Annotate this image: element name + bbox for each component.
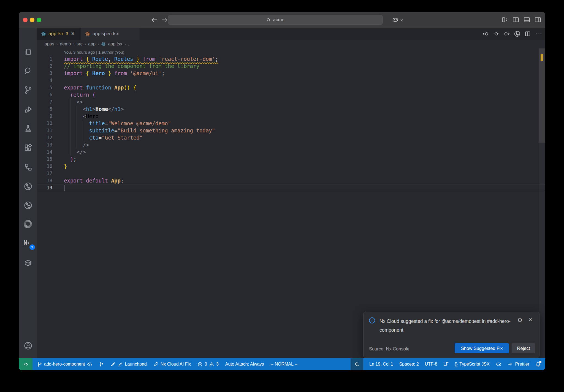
vim-mode-item[interactable]: -- NORMAL --	[270, 362, 297, 367]
split-editor-icon[interactable]	[524, 31, 531, 37]
breadcrumb-item[interactable]: src	[77, 42, 82, 47]
run-graph-icon[interactable]	[514, 31, 520, 37]
search-view-icon[interactable]	[24, 67, 32, 75]
code-line[interactable]: 6 return (	[37, 91, 545, 98]
code-line[interactable]: 19	[37, 184, 545, 191]
notification-settings-icon[interactable]: ⚙	[517, 317, 523, 323]
code-line[interactable]: 14 </>	[37, 148, 545, 156]
scrollbar-slider[interactable]	[539, 48, 545, 143]
warning-count: 3	[216, 362, 219, 367]
breadcrumb-item[interactable]: demo	[60, 42, 71, 47]
copilot-status-item[interactable]	[496, 361, 502, 367]
nav-back-edit-icon[interactable]	[482, 31, 489, 37]
navigate-back-icon[interactable]	[150, 16, 158, 24]
toggle-secondary-sidebar-icon[interactable]	[534, 16, 541, 23]
code-line[interactable]: 8 <h1>Home</h1>	[37, 105, 545, 113]
graph-search-icon[interactable]	[24, 201, 32, 210]
remote-indicator[interactable]	[19, 358, 32, 370]
code-line[interactable]: 18export default App;	[37, 177, 545, 184]
nx-console-icon[interactable]: N› 1	[24, 239, 32, 248]
source-control-icon[interactable]	[24, 86, 32, 94]
explorer-icon[interactable]	[24, 48, 32, 56]
code-line[interactable]: 13 />	[37, 141, 545, 148]
indentation-item[interactable]: Spaces: 2	[399, 362, 419, 367]
breadcrumb-separator: ›	[85, 42, 86, 46]
containers-icon[interactable]	[24, 258, 32, 267]
code-text: <h1>Home</h1>	[64, 105, 124, 113]
formatter-status-item[interactable]: ✓✓ Prettier	[508, 362, 529, 367]
nx-cloud-fix-item[interactable]: Nx Cloud AI Fix	[153, 362, 191, 367]
eol-item[interactable]: LF	[443, 362, 449, 367]
zoom-out-status-item[interactable]	[351, 358, 363, 370]
minimize-window-button[interactable]	[30, 18, 34, 22]
encoding-item[interactable]: UTF-8	[425, 362, 437, 367]
code-line[interactable]: 7 <>	[37, 98, 545, 105]
show-suggested-fix-button[interactable]: Show Suggested Fix	[455, 343, 509, 353]
info-icon: i	[369, 317, 375, 323]
breadcrumb-item[interactable]: app.tsx	[108, 42, 122, 47]
code-line[interactable]: 12 cta="Get Started"	[37, 134, 545, 141]
customize-layout-icon[interactable]	[501, 16, 508, 23]
nav-node-edit-icon[interactable]	[493, 31, 500, 37]
code-line[interactable]: 3import { Hero } from '@acme/ui';	[37, 70, 545, 77]
nav-forward-edit-icon[interactable]	[503, 31, 510, 37]
cursor-position-item[interactable]: Ln 19, Col 1	[369, 362, 393, 367]
close-window-button[interactable]	[23, 18, 28, 22]
breadcrumb-separator: ›	[56, 42, 58, 46]
zoom-out-icon	[354, 362, 360, 367]
code-line[interactable]: 1import { Route, Routes } from 'react-ro…	[37, 55, 545, 62]
more-actions-icon[interactable]	[535, 31, 541, 37]
breadcrumb-item[interactable]: app	[88, 42, 96, 47]
hierarchy-view-icon[interactable]	[24, 163, 32, 172]
code-line[interactable]: 9 <Hero	[37, 113, 545, 120]
tab-app-tsx[interactable]: app.tsx 3 ✕	[37, 28, 81, 40]
notification-source: Source: Nx Console	[369, 346, 410, 352]
breadcrumb: apps › demo › src › app › app.tsx › ...	[37, 40, 545, 48]
chevron-down-icon	[400, 18, 403, 21]
breadcrumb-item[interactable]: ...	[128, 42, 132, 47]
copilot-menu[interactable]	[392, 16, 403, 23]
cloud-upload-icon	[87, 362, 92, 367]
code-line[interactable]: 5export function App() {	[37, 84, 545, 91]
language-mode-item[interactable]: {} TypeScript JSX	[455, 362, 490, 367]
tab-app-spec-tsx[interactable]: app.spec.tsx	[81, 28, 140, 40]
reject-button[interactable]: Reject	[512, 343, 535, 353]
notification-close-icon[interactable]: ✕	[527, 317, 534, 323]
code-line[interactable]: 2// importing the component from the lib…	[37, 62, 545, 70]
toggle-panel-icon[interactable]	[523, 16, 530, 23]
edge-browser-icon[interactable]	[24, 220, 32, 229]
run-debug-icon[interactable]	[24, 105, 32, 114]
problems-status-item[interactable]: 0 3	[197, 362, 219, 367]
code-line[interactable]: 4	[37, 77, 545, 84]
breadcrumb-item[interactable]: apps	[45, 42, 54, 47]
code-text: return (	[64, 91, 95, 98]
line-number: 11	[37, 127, 52, 134]
commit-graph-icon[interactable]	[24, 182, 32, 191]
commit-graph-status-item[interactable]	[99, 362, 104, 367]
extensions-icon[interactable]	[24, 143, 32, 152]
line-number: 4	[37, 77, 52, 84]
notifications-bell-item[interactable]	[535, 361, 541, 367]
code-line[interactable]: 16}	[37, 163, 545, 170]
breadcrumb-separator: ›	[73, 42, 74, 46]
react-file-icon	[101, 42, 106, 47]
scrollbar[interactable]	[539, 48, 545, 358]
testing-icon[interactable]	[24, 124, 32, 133]
auto-attach-item[interactable]: Auto Attach: Always	[225, 362, 264, 367]
code-line[interactable]: 17	[37, 170, 545, 177]
react-file-icon	[41, 31, 46, 36]
text-cursor	[64, 185, 64, 191]
account-icon[interactable]	[24, 341, 32, 350]
indentation-label: Spaces: 2	[399, 362, 419, 367]
line-number: 10	[37, 120, 52, 127]
maximize-window-button[interactable]	[37, 18, 41, 22]
navigate-forward-icon[interactable]	[161, 16, 169, 24]
command-center-search[interactable]: acme	[168, 15, 383, 25]
branch-status-item[interactable]: add-hero-component	[37, 362, 92, 367]
tab-close-icon[interactable]: ✕	[71, 31, 75, 37]
code-line[interactable]: 15 );	[37, 156, 545, 163]
toggle-primary-sidebar-icon[interactable]	[512, 16, 519, 23]
launchpad-status-item[interactable]: Launchpad	[111, 362, 147, 367]
code-line[interactable]: 10 title="Welcmoe @acme/demo"	[37, 120, 545, 127]
code-line[interactable]: 11 subtitle="Build something amazing tod…	[37, 127, 545, 134]
